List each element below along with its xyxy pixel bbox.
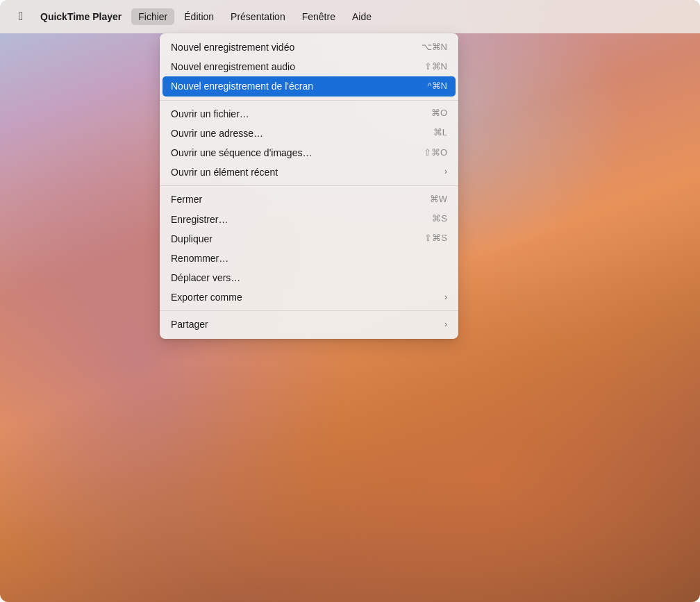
menubar-fenetre[interactable]: Fenêtre bbox=[295, 8, 342, 25]
menu-item-open-file[interactable]: Ouvrir un fichier… ⌘O bbox=[160, 104, 458, 124]
menu-item-new-audio-label: Nouvel enregistrement audio bbox=[171, 60, 295, 73]
menu-item-new-screen-label: Nouvel enregistrement de l'écran bbox=[171, 80, 313, 92]
menu-item-new-screen-shortcut: ^⌘N bbox=[428, 81, 448, 92]
export-as-arrow-icon: › bbox=[444, 292, 447, 303]
menubar-presentation[interactable]: Présentation bbox=[224, 8, 292, 25]
menu-item-open-address[interactable]: Ouvrir une adresse… ⌘L bbox=[160, 124, 458, 143]
menu-item-move-to-label: Déplacer vers… bbox=[171, 271, 240, 284]
open-recent-arrow-icon: › bbox=[444, 167, 447, 178]
menu-item-export-as[interactable]: Exporter comme › bbox=[160, 287, 458, 307]
divider-3 bbox=[160, 310, 458, 311]
menu-item-new-audio[interactable]: Nouvel enregistrement audio ⇧⌘N bbox=[160, 57, 458, 76]
menu-item-duplicate[interactable]: Dupliquer ⇧⌘S bbox=[160, 229, 458, 249]
menu-item-share-label: Partager bbox=[171, 318, 208, 331]
menu-item-new-video-shortcut: ⌥⌘N bbox=[422, 42, 447, 53]
menu-item-open-sequence[interactable]: Ouvrir une séquence d'images… ⇧⌘O bbox=[160, 143, 458, 162]
menu-item-new-screen[interactable]: Nouvel enregistrement de l'écran ^⌘N bbox=[162, 76, 456, 96]
menu-item-save-label: Enregistrer… bbox=[171, 213, 228, 226]
menu-item-new-video[interactable]: Nouvel enregistrement vidéo ⌥⌘N bbox=[160, 37, 458, 57]
menu-item-rename[interactable]: Renommer… bbox=[160, 249, 458, 268]
menu-item-share[interactable]: Partager › bbox=[160, 315, 458, 334]
apple-logo-icon:  bbox=[19, 10, 23, 24]
menu-item-save[interactable]: Enregistrer… ⌘S bbox=[160, 210, 458, 229]
menu-item-new-audio-shortcut: ⇧⌘N bbox=[424, 61, 447, 73]
menu-item-open-file-label: Ouvrir un fichier… bbox=[171, 108, 249, 120]
menu-item-close[interactable]: Fermer ⌘W bbox=[160, 190, 458, 209]
menubar:  QuickTime Player Fichier Édition Prése… bbox=[0, 0, 700, 33]
menu-item-open-recent-label: Ouvrir un élément récent bbox=[171, 166, 278, 178]
divider-2 bbox=[160, 185, 458, 186]
menubar-fichier[interactable]: Fichier bbox=[131, 8, 174, 25]
menu-item-save-shortcut: ⌘S bbox=[432, 213, 447, 225]
apple-menu-button[interactable]:  bbox=[11, 7, 31, 26]
menu-item-open-file-shortcut: ⌘O bbox=[431, 108, 447, 119]
menu-item-export-as-label: Exporter comme bbox=[171, 291, 242, 303]
menubar-app-name[interactable]: QuickTime Player bbox=[33, 8, 128, 25]
menu-item-close-shortcut: ⌘W bbox=[430, 194, 447, 206]
menu-item-close-label: Fermer bbox=[171, 193, 202, 206]
menu-item-duplicate-shortcut: ⇧⌘S bbox=[424, 233, 447, 244]
fichier-dropdown-menu: Nouvel enregistrement vidéo ⌥⌘N Nouvel e… bbox=[160, 33, 458, 339]
menu-item-new-video-label: Nouvel enregistrement vidéo bbox=[171, 41, 294, 53]
menu-item-move-to[interactable]: Déplacer vers… bbox=[160, 268, 458, 287]
menu-item-open-address-shortcut: ⌘L bbox=[433, 127, 447, 139]
menu-item-open-address-label: Ouvrir une adresse… bbox=[171, 127, 263, 140]
share-arrow-icon: › bbox=[444, 319, 447, 331]
menubar-edition[interactable]: Édition bbox=[177, 8, 221, 25]
divider-1 bbox=[160, 100, 458, 101]
menu-item-open-sequence-label: Ouvrir une séquence d'images… bbox=[171, 147, 312, 159]
menu-item-open-recent[interactable]: Ouvrir un élément récent › bbox=[160, 162, 458, 182]
menu-item-duplicate-label: Dupliquer bbox=[171, 233, 212, 245]
menubar-aide[interactable]: Aide bbox=[345, 8, 378, 25]
menu-item-open-sequence-shortcut: ⇧⌘O bbox=[424, 147, 447, 159]
menu-item-rename-label: Renommer… bbox=[171, 252, 228, 265]
